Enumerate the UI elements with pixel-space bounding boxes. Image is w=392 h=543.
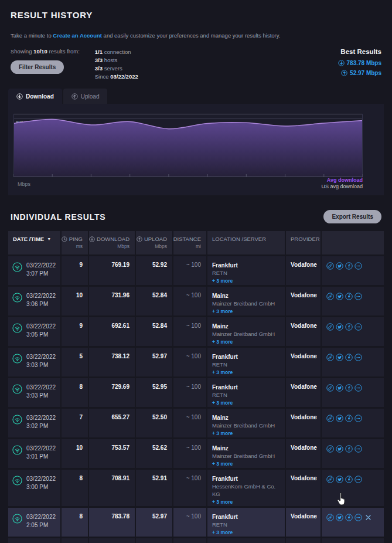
share-more-icon[interactable] [354, 444, 362, 453]
share-facebook-icon[interactable] [345, 353, 353, 361]
download-history-chart: 800600400200 [13, 114, 363, 179]
provider-value: Vodafone [286, 317, 322, 346]
share-twitter-icon[interactable] [336, 444, 343, 453]
share-more-icon[interactable] [354, 323, 362, 331]
share-twitter-icon[interactable] [336, 353, 343, 361]
tab-download[interactable]: Download [8, 89, 62, 104]
share-more-icon[interactable] [354, 353, 362, 361]
share-link-icon[interactable] [326, 323, 334, 331]
location-city: Frankfurt [212, 353, 285, 361]
more-servers-link[interactable]: + 3 more [212, 529, 233, 537]
chart-legend: Avg download US avg download [321, 177, 363, 190]
share-more-icon[interactable] [354, 475, 362, 483]
share-link-icon[interactable] [326, 475, 334, 483]
location-city: Frankfurt [212, 384, 285, 391]
intro-text: Take a minute to Create an Account and e… [8, 20, 384, 39]
result-row: 03/22/20223:05 PM 9 692.61 52.84 ~ 100 M… [8, 317, 384, 346]
tab-upload[interactable]: Upload [63, 89, 108, 104]
share-facebook-icon[interactable] [345, 262, 353, 270]
share-more-icon[interactable] [354, 292, 362, 300]
date-time-cell: 03/22/20223:02 PM [8, 409, 62, 437]
server-name: RETN [212, 269, 285, 277]
server-name: Mainzer Breitband GmbH [212, 330, 285, 338]
filter-results-button[interactable]: Filter Results [11, 60, 64, 74]
date-time-cell: 03/22/20223:07 PM [8, 256, 62, 285]
share-facebook-icon[interactable] [345, 414, 353, 422]
share-twitter-icon[interactable] [336, 292, 343, 300]
share-facebook-icon[interactable] [345, 292, 353, 300]
result-time: 3:00 PM [26, 483, 56, 491]
share-link-icon[interactable] [326, 414, 334, 422]
share-link-icon[interactable] [326, 353, 334, 361]
share-more-icon[interactable] [354, 513, 362, 521]
ping-value: 7 [62, 409, 89, 437]
ping-value: 10 [62, 439, 89, 468]
ping-value: 8 [62, 538, 89, 543]
more-servers-link[interactable]: + 3 more [212, 498, 233, 506]
more-servers-link[interactable]: + 3 more [212, 277, 233, 285]
result-date: 03/22/2022 [26, 262, 56, 270]
wifi-icon [12, 353, 22, 376]
stat-hosts: 3/3 hosts [95, 56, 138, 65]
result-date: 03/22/2022 [26, 323, 56, 331]
table-body: 03/22/20223:07 PM 9 769.19 52.92 ~ 100 F… [8, 256, 384, 543]
share-facebook-icon[interactable] [345, 384, 353, 392]
more-servers-link[interactable]: + 3 more [212, 460, 233, 468]
result-row: 03/22/20223:02 PM 7 655.27 52.50 ~ 100 M… [8, 409, 384, 437]
close-icon[interactable] [365, 513, 371, 521]
create-account-link[interactable]: Create an Account [53, 32, 102, 39]
server-name: Mainzer Breitband GmbH [212, 300, 285, 307]
share-link-icon[interactable] [326, 513, 334, 521]
share-more-icon[interactable] [354, 262, 362, 270]
download-value: 692.61 [89, 317, 136, 346]
showing-text: Showing 10/10 results from: [11, 48, 80, 55]
result-time: 3:03 PM [26, 361, 56, 369]
wifi-icon [12, 444, 22, 468]
distance-value: ~ 100 [173, 256, 207, 285]
share-link-icon[interactable] [326, 292, 334, 300]
distance-value: ~ 100 [173, 538, 207, 543]
more-servers-link[interactable]: + 3 more [212, 430, 233, 437]
server-name: RETN [212, 361, 285, 368]
share-more-icon[interactable] [354, 384, 362, 392]
share-facebook-icon[interactable] [345, 513, 353, 521]
provider-value: Vodafone [286, 470, 322, 506]
ping-value: 8 [62, 378, 89, 407]
share-twitter-icon[interactable] [336, 323, 343, 331]
share-twitter-icon[interactable] [336, 513, 343, 521]
location-server-cell: Mainz Mainzer Breitband GmbH + 3 more [207, 439, 286, 468]
share-twitter-icon[interactable] [336, 475, 343, 483]
share-twitter-icon[interactable] [336, 384, 343, 392]
export-results-button[interactable]: Export Results [323, 210, 381, 223]
more-servers-link[interactable]: + 3 more [212, 308, 233, 315]
best-upload: 52.97 Mbps [338, 70, 381, 76]
more-servers-link[interactable]: + 3 more [212, 369, 233, 376]
share-twitter-icon[interactable] [336, 414, 343, 422]
share-link-icon[interactable] [326, 384, 334, 392]
result-date: 03/22/2022 [26, 353, 56, 361]
share-link-icon[interactable] [326, 262, 334, 270]
column-header-location-server: LOCATION /SERVER [207, 231, 286, 254]
location-city: Frankfurt [212, 513, 285, 521]
upload-value: 52.50 [136, 409, 173, 437]
share-cell [322, 538, 384, 543]
chart-y-axis-label: Mbps [18, 181, 30, 187]
date-time-cell: 03/22/20223:03 PM [8, 348, 62, 376]
ping-value: 8 [62, 508, 89, 537]
column-header-date-time[interactable]: DATE /TIME▼ [8, 231, 62, 254]
share-cell [322, 470, 384, 506]
individual-results-header: INDIVIDUAL RESULTS Export Results [8, 195, 384, 223]
share-facebook-icon[interactable] [345, 444, 353, 453]
share-facebook-icon[interactable] [345, 323, 353, 331]
date-time-cell: 03/22/20223:00 PM [8, 470, 62, 506]
upload-value: 52.62 [136, 439, 173, 468]
more-servers-link[interactable]: + 3 more [212, 399, 233, 407]
result-row: 03/22/20223:03 PM 8 729.69 52.95 ~ 100 F… [8, 378, 384, 407]
share-facebook-icon[interactable] [345, 475, 353, 483]
share-more-icon[interactable] [354, 414, 362, 422]
share-twitter-icon[interactable] [336, 262, 343, 270]
result-time: 3:01 PM [26, 453, 56, 461]
more-servers-link[interactable]: + 3 more [212, 338, 233, 346]
share-link-icon[interactable] [326, 444, 334, 453]
upload-value: 52.91 [136, 470, 173, 506]
